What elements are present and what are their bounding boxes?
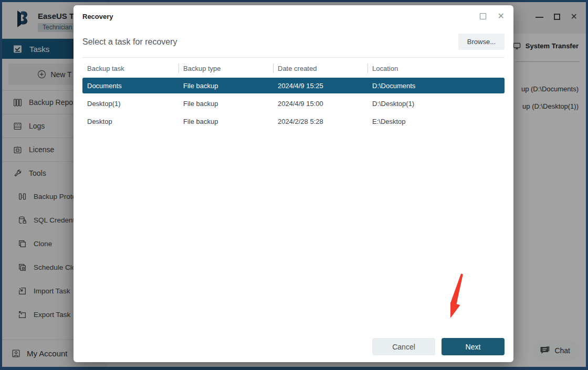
task-table: Backup task Backup type Date created Loc… [82, 59, 505, 129]
table-header-row: Backup task Backup type Date created Loc… [82, 59, 505, 78]
column-header-backup-type: Backup type [178, 65, 273, 72]
dialog-heading: Select a task for recovery [82, 37, 177, 47]
table-row[interactable]: Documents File backup 2024/4/9 15:25 D:\… [82, 78, 505, 93]
cancel-button[interactable]: Cancel [372, 338, 435, 355]
dialog-titlebar: Recovery ✕ [74, 5, 513, 27]
table-row[interactable]: Desktop(1) File backup 2024/4/9 15:00 D:… [82, 96, 505, 111]
column-header-backup-task: Backup task [82, 65, 178, 72]
column-header-location: Location [368, 65, 505, 72]
dialog-title: Recovery [82, 13, 113, 20]
cell-location: E:\Desktop [368, 118, 505, 125]
cell-date-created: 2024/4/9 15:00 [273, 100, 368, 108]
dialog-maximize-icon[interactable] [480, 13, 486, 19]
browse-button[interactable]: Browse... [458, 34, 505, 50]
next-button[interactable]: Next [442, 338, 505, 355]
application-window: EaseUS Todo Technician Tasks New T [0, 0, 588, 370]
cell-location: D:\Documents [368, 82, 505, 90]
cell-backup-task: Desktop(1) [82, 100, 178, 108]
cell-date-created: 2024/4/9 15:25 [273, 82, 368, 90]
divider [82, 57, 505, 58]
cell-backup-type: File backup [178, 100, 273, 108]
cell-backup-task: Desktop [82, 118, 178, 125]
cell-date-created: 2024/2/28 5:28 [273, 118, 368, 125]
cell-backup-type: File backup [178, 82, 273, 90]
cell-backup-type: File backup [178, 118, 273, 125]
dialog-close-icon[interactable]: ✕ [498, 12, 505, 20]
red-arrow-annotation [450, 270, 487, 329]
column-header-date-created: Date created [273, 65, 368, 72]
recovery-dialog: Recovery ✕ Select a task for recovery Br… [74, 5, 513, 362]
cell-location: D:\Desktop(1) [368, 100, 505, 108]
table-row[interactable]: Desktop File backup 2024/2/28 5:28 E:\De… [82, 113, 505, 129]
cell-backup-task: Documents [82, 82, 178, 90]
